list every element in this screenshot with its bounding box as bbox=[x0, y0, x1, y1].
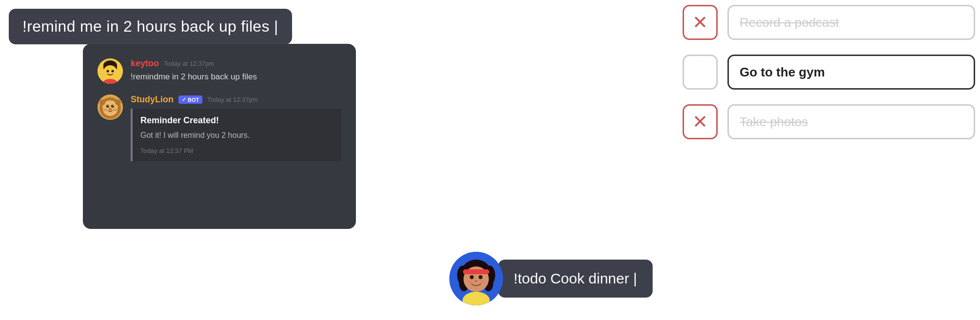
username-studylion: StudyLion bbox=[131, 94, 174, 105]
svg-point-15 bbox=[111, 105, 114, 108]
svg-point-32 bbox=[479, 275, 483, 279]
svg-point-6 bbox=[112, 70, 114, 73]
todo-text-3: Take photos bbox=[727, 104, 975, 139]
user-message-content: keytoo Today at 12:37pm !remindme in 2 h… bbox=[131, 58, 341, 83]
svg-point-33 bbox=[475, 280, 478, 282]
user-avatar bbox=[98, 58, 123, 84]
todo-checkbox-3[interactable]: ✕ bbox=[683, 104, 718, 139]
bot-embed: Reminder Created! Got it! I will remind … bbox=[131, 109, 341, 161]
svg-point-34 bbox=[468, 281, 472, 283]
chat-panel: keytoo Today at 12:37pm !remindme in 2 h… bbox=[83, 44, 356, 229]
bot-message-content: StudyLion ✓ BOT Today at 12:37pm Reminde… bbox=[131, 94, 341, 161]
user-message-text: !remindme in 2 hours back up files bbox=[131, 71, 341, 83]
svg-point-7 bbox=[105, 72, 108, 74]
bottom-avatar-icon bbox=[450, 252, 503, 305]
svg-point-12 bbox=[99, 99, 105, 105]
message-row-bot: StudyLion ✓ BOT Today at 12:37pm Reminde… bbox=[98, 94, 341, 161]
svg-point-8 bbox=[112, 72, 115, 74]
badge-check-icon: ✓ bbox=[182, 96, 186, 103]
todo-item-1: ✕ Record a podcast bbox=[683, 5, 975, 40]
todo-checkbox-2[interactable] bbox=[683, 55, 718, 90]
bot-message-header: StudyLion ✓ BOT Today at 12:37pm bbox=[131, 94, 341, 105]
checkbox-x-icon-3: ✕ bbox=[692, 113, 708, 131]
embed-description: Got it! I will remind you 2 hours. bbox=[140, 130, 333, 141]
svg-rect-30 bbox=[463, 269, 490, 274]
embed-footer: Today at 12:37 PM bbox=[140, 147, 333, 154]
bot-avatar bbox=[98, 94, 123, 120]
svg-point-5 bbox=[107, 70, 109, 73]
embed-title: Reminder Created! bbox=[140, 115, 333, 126]
svg-point-31 bbox=[470, 275, 474, 279]
svg-point-35 bbox=[480, 281, 485, 283]
svg-point-14 bbox=[106, 105, 109, 108]
command-input-bubble: !remind me in 2 hours back up files | bbox=[9, 9, 292, 44]
todo-section: ✕ Record a podcast Go to the gym ✕ Take … bbox=[683, 5, 975, 154]
user-message-header: keytoo Today at 12:37pm bbox=[131, 58, 341, 69]
bot-badge: ✓ BOT bbox=[178, 95, 202, 104]
badge-label: BOT bbox=[188, 97, 199, 103]
svg-point-13 bbox=[115, 99, 121, 105]
bot-timestamp: Today at 12:37pm bbox=[207, 96, 257, 103]
user-timestamp: Today at 12:37pm bbox=[164, 60, 214, 67]
bottom-command-text: !todo Cook dinner | bbox=[514, 270, 637, 286]
user-face-icon bbox=[98, 58, 123, 84]
svg-point-16 bbox=[108, 105, 109, 106]
svg-point-3 bbox=[103, 65, 117, 79]
lion-face-icon bbox=[98, 94, 123, 120]
message-row-user: keytoo Today at 12:37pm !remindme in 2 h… bbox=[98, 58, 341, 84]
bottom-user-avatar bbox=[450, 252, 503, 305]
bottom-input-area: !todo Cook dinner | bbox=[450, 252, 653, 305]
svg-point-18 bbox=[109, 108, 112, 110]
todo-checkbox-1[interactable]: ✕ bbox=[683, 5, 718, 40]
svg-point-17 bbox=[113, 105, 114, 106]
bottom-command-bubble: !todo Cook dinner | bbox=[498, 260, 653, 298]
username-keytoo: keytoo bbox=[131, 58, 159, 69]
todo-item-3: ✕ Take photos bbox=[683, 104, 975, 139]
todo-item-2: Go to the gym bbox=[683, 55, 975, 90]
checkbox-x-icon-1: ✕ bbox=[692, 13, 708, 32]
command-text: !remind me in 2 hours back up files | bbox=[22, 18, 278, 35]
todo-text-2: Go to the gym bbox=[727, 55, 975, 90]
todo-text-1: Record a podcast bbox=[727, 5, 975, 40]
